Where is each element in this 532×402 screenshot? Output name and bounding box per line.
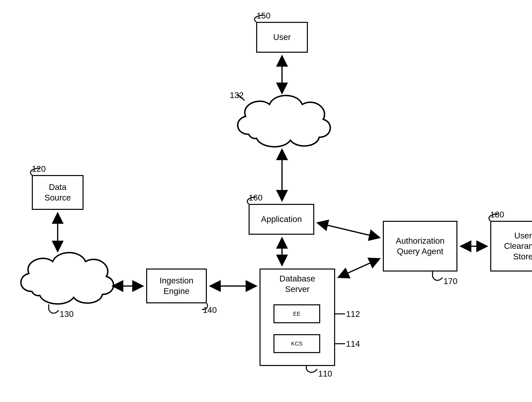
- connectors: [0, 0, 532, 402]
- arrow-db-auth: [338, 259, 380, 277]
- arrow-application-auth: [317, 223, 380, 238]
- diagram-stage: User 150 Data Source 120 Application 160…: [0, 0, 532, 402]
